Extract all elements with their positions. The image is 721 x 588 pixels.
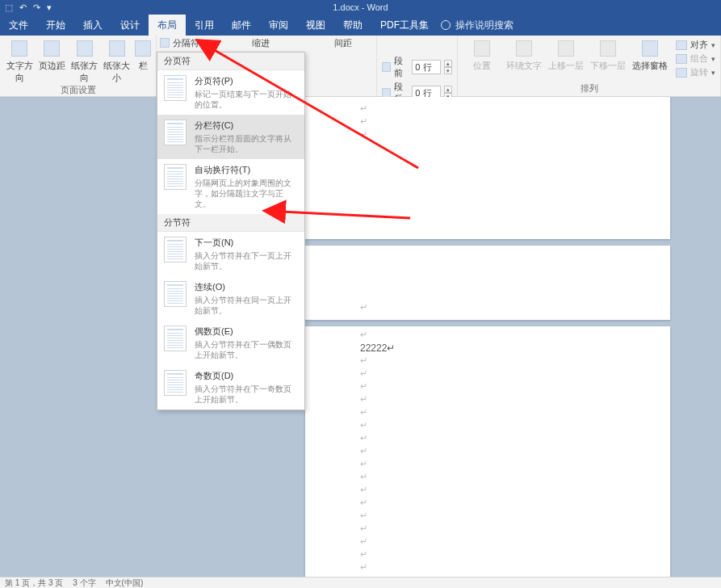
undo-icon[interactable]: ↶ bbox=[19, 2, 27, 13]
chevron-down-icon: ▾ bbox=[203, 39, 207, 47]
group-paragraph: 段前 0 行 ▴▾ 段后 0 行 ▴▾ 段落 bbox=[377, 36, 458, 96]
paragraph-mark: ↵ bbox=[360, 129, 367, 140]
paragraph-mark: ↵ bbox=[360, 472, 367, 482]
next-page-icon bbox=[164, 237, 187, 262]
columns-icon bbox=[135, 40, 151, 57]
tab-file[interactable]: 文件 bbox=[0, 15, 37, 36]
dd-item-desc: 标记一页结束与下一页开始的位置。 bbox=[195, 89, 298, 110]
dd-item-column-break[interactable]: 分栏符(C) 指示分栏符后面的文字将从下一栏开始。 bbox=[157, 115, 304, 159]
save-icon[interactable]: ⬚ bbox=[5, 2, 13, 13]
send-backward-label: 下移一层 bbox=[590, 60, 626, 72]
send-backward-icon bbox=[600, 40, 616, 57]
dd-item-next-page[interactable]: 下一页(N) 插入分节符并在下一页上开始新节。 bbox=[157, 232, 304, 276]
paragraph-mark: ↵ bbox=[360, 562, 367, 573]
paragraph-mark: ↵ bbox=[360, 510, 367, 521]
redo-icon[interactable]: ↷ bbox=[33, 2, 40, 13]
dd-item-continuous[interactable]: 连续(O) 插入分节符并在同一页上开始新节。 bbox=[157, 276, 304, 321]
dd-section-page-breaks: 分页符 bbox=[157, 52, 304, 70]
paragraph-mark: ↵ bbox=[360, 498, 367, 508]
paragraph-mark: ↵ bbox=[360, 536, 367, 547]
dd-item-title: 自动换行符(T) bbox=[195, 164, 298, 176]
paragraph-mark: ↵ bbox=[360, 302, 367, 313]
paragraph-mark: ↵ bbox=[360, 407, 367, 418]
paragraph-mark: ↵ bbox=[360, 355, 367, 366]
bring-forward-label: 上移一层 bbox=[548, 60, 584, 72]
margins-icon bbox=[44, 40, 60, 57]
page-1-bottom[interactable]: ↵ ↵ ↵ bbox=[305, 97, 670, 239]
text-direction-button[interactable]: 文字方向 bbox=[5, 37, 34, 84]
dd-item-title: 连续(O) bbox=[195, 281, 298, 293]
document-area[interactable]: ↵ ↵ ↵ ↵ ↵ 22222↵ ↵ ↵ ↵ ↵ ↵ ↵ ↵ ↵ ↵ ↵ ↵ ↵… bbox=[0, 97, 721, 577]
title-bar: ⬚ ↶ ↷ ▾ 1.docx - Word bbox=[0, 0, 721, 15]
breaks-button[interactable]: 分隔符 ▾ bbox=[157, 36, 210, 50]
dd-item-title: 分栏符(C) bbox=[195, 120, 298, 132]
columns-label: 栏 bbox=[139, 60, 148, 72]
dd-item-title: 下一页(N) bbox=[195, 237, 298, 249]
dd-item-desc: 插入分节符并在下一偶数页上开始新节。 bbox=[195, 339, 298, 360]
breaks-label: 分隔符 bbox=[173, 37, 199, 49]
page-2-body[interactable]: ↵ 22222↵ ↵ ↵ ↵ ↵ ↵ ↵ ↵ ↵ ↵ ↵ ↵ ↵ ↵ ↵ ↵ ↵… bbox=[305, 326, 670, 577]
tab-design[interactable]: 设计 bbox=[111, 15, 149, 36]
quick-access-toolbar: ⬚ ↶ ↷ ▾ bbox=[0, 2, 52, 13]
selection-pane-label: 选择窗格 bbox=[632, 60, 668, 72]
spacing-before[interactable]: 段前 0 行 ▴▾ bbox=[382, 55, 452, 79]
align-icon bbox=[676, 40, 687, 50]
status-page[interactable]: 第 1 页，共 3 页 bbox=[5, 578, 63, 589]
paragraph-mark: ↵ bbox=[360, 485, 367, 495]
group-icon bbox=[676, 54, 687, 64]
odd-page-icon bbox=[164, 370, 187, 396]
dd-section-section-breaks: 分节符 bbox=[157, 214, 304, 232]
paragraph-mark: ↵ bbox=[360, 330, 367, 340]
tab-layout[interactable]: 布局 bbox=[149, 15, 186, 36]
dd-item-even-page[interactable]: 偶数页(E) 插入分节符并在下一偶数页上开始新节。 bbox=[157, 321, 304, 365]
tab-home[interactable]: 开始 bbox=[37, 15, 74, 36]
tab-references[interactable]: 引用 bbox=[186, 15, 223, 36]
margins-button[interactable]: 页边距 bbox=[37, 37, 66, 72]
paragraph-mark: ↵ bbox=[360, 549, 367, 560]
group-page-setup-label: 页面设置 bbox=[0, 84, 156, 98]
dd-item-desc: 插入分节符并在下一页上开始新节。 bbox=[195, 250, 298, 271]
tab-view[interactable]: 视图 bbox=[297, 15, 334, 36]
align-button[interactable]: 对齐▾ bbox=[676, 39, 715, 51]
paragraph-mark: ↵ bbox=[360, 381, 367, 392]
orientation-label: 纸张方向 bbox=[70, 60, 99, 84]
status-words[interactable]: 3 个字 bbox=[73, 578, 95, 589]
dd-item-text-wrapping[interactable]: 自动换行符(T) 分隔网页上的对象周围的文字，如分隔题注文字与正文。 bbox=[157, 159, 304, 214]
selection-pane-button[interactable]: 选择窗格 bbox=[631, 37, 669, 72]
text-direction-icon bbox=[11, 40, 27, 57]
size-label: 纸张大小 bbox=[103, 60, 132, 84]
column-break-icon bbox=[164, 120, 187, 145]
page-2-top[interactable]: ↵ bbox=[305, 246, 670, 320]
tab-mailings[interactable]: 邮件 bbox=[223, 15, 260, 36]
tab-help[interactable]: 帮助 bbox=[334, 15, 371, 36]
qat-more-icon[interactable]: ▾ bbox=[47, 2, 52, 13]
bring-forward-button: 上移一层 bbox=[547, 37, 585, 72]
window-title: 1.docx - Word bbox=[0, 2, 721, 12]
paragraph-mark: ↵ bbox=[360, 116, 367, 127]
tell-me-search[interactable]: 操作说明搜索 bbox=[441, 15, 514, 36]
columns-button[interactable]: 栏 bbox=[135, 37, 151, 72]
group-arrange-label: 排列 bbox=[458, 82, 720, 96]
spacing-before-spinner[interactable]: ▴▾ bbox=[444, 60, 452, 74]
dd-item-odd-page[interactable]: 奇数页(D) 插入分节符并在下一奇数页上开始新节。 bbox=[157, 365, 304, 410]
spacing-before-value[interactable]: 0 行 bbox=[412, 60, 440, 74]
status-lang[interactable]: 中文(中国) bbox=[106, 578, 144, 589]
paragraph-mark: ↵ bbox=[360, 103, 367, 114]
even-page-icon bbox=[164, 326, 187, 351]
dd-item-desc: 分隔网页上的对象周围的文字，如分隔题注文字与正文。 bbox=[195, 178, 298, 209]
paragraph-mark: ↵ bbox=[360, 420, 367, 430]
orientation-icon bbox=[77, 40, 93, 57]
dd-item-title: 分页符(P) bbox=[195, 75, 298, 87]
dd-item-page-break[interactable]: 分页符(P) 标记一页结束与下一页开始的位置。 bbox=[157, 70, 304, 115]
tab-insert[interactable]: 插入 bbox=[74, 15, 111, 36]
size-button[interactable]: 纸张大小 bbox=[103, 37, 132, 84]
tab-review[interactable]: 审阅 bbox=[260, 15, 297, 36]
group-arrange: 位置 环绕文字 上移一层 下移一层 选择窗格 对齐▾ 组合▾ 旋转▾ bbox=[458, 36, 721, 96]
paragraph-mark: ↵ bbox=[360, 394, 367, 405]
rotate-button: 旋转▾ bbox=[676, 66, 715, 78]
paragraph-mark: ↵ bbox=[360, 433, 367, 443]
orientation-button[interactable]: 纸张方向 bbox=[70, 37, 99, 84]
align-label: 对齐 bbox=[690, 39, 708, 51]
tab-pdf[interactable]: PDF工具集 bbox=[371, 15, 438, 36]
selection-pane-icon bbox=[642, 40, 658, 57]
